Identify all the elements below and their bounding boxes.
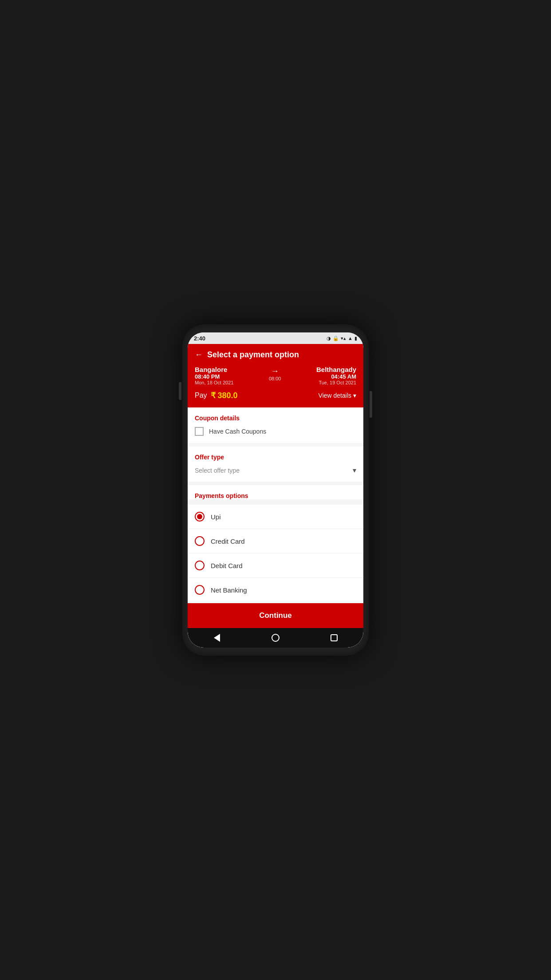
offer-dropdown-label: Select offer type [195, 467, 240, 474]
offer-dropdown-chevron-icon: ▾ [353, 466, 356, 474]
radio-upi [195, 512, 205, 522]
status-icon-signal: ▲ [348, 336, 353, 341]
status-icon-lock: 🔒 [333, 336, 339, 341]
page-title: Select a payment option [207, 350, 299, 360]
payments-section: Payments options [188, 485, 363, 499]
pay-row: Pay ₹ 380.0 View details ▾ [195, 391, 356, 400]
radio-debit-card [195, 561, 205, 570]
view-details-button[interactable]: View details ▾ [319, 392, 356, 399]
coupon-checkbox[interactable] [195, 427, 204, 436]
payment-option-debit-card[interactable]: Debit Card [188, 553, 363, 577]
back-button[interactable]: ← [195, 350, 203, 360]
from-city: Bangalore [195, 366, 233, 373]
coupon-title: Coupon details [195, 415, 356, 422]
status-bar: 2:40 ◑ 🔒 ▾▴ ▲ ▮ [188, 332, 363, 344]
payment-upi-label: Upi [211, 513, 221, 521]
continue-button[interactable]: Continue [188, 603, 363, 628]
route-middle: → 08:00 [269, 366, 281, 381]
offer-section: Offer type Select offer type ▾ [188, 447, 363, 482]
main-content: Coupon details Have Cash Coupons Offer t… [188, 407, 363, 603]
offer-dropdown[interactable]: Select offer type ▾ [195, 466, 356, 474]
header-top: ← Select a payment option [195, 350, 356, 360]
payment-credit-card-label: Credit Card [211, 537, 245, 545]
app-header: ← Select a payment option Bangalore 08:4… [188, 344, 363, 407]
nav-recents-button[interactable] [327, 631, 341, 645]
radio-credit-card [195, 536, 205, 546]
status-icons: ◑ 🔒 ▾▴ ▲ ▮ [327, 336, 357, 341]
from-date: Mon, 18 Oct 2021 [195, 380, 233, 385]
status-icon-world: ◑ [327, 336, 331, 341]
pay-amount: ₹ 380.0 [211, 391, 238, 400]
coupon-checkbox-row[interactable]: Have Cash Coupons [195, 427, 356, 436]
phone-screen: 2:40 ◑ 🔒 ▾▴ ▲ ▮ ← Select a payment optio… [188, 332, 363, 648]
route-duration: 08:00 [269, 376, 281, 381]
coupon-checkbox-label: Have Cash Coupons [209, 428, 266, 435]
pay-info: Pay ₹ 380.0 [195, 391, 238, 400]
coupon-section: Coupon details Have Cash Coupons [188, 407, 363, 443]
nav-bar [188, 628, 363, 648]
nav-home-button[interactable] [268, 631, 283, 645]
from-time: 08:40 PM [195, 373, 233, 380]
nav-recents-icon [331, 634, 338, 641]
nav-home-icon [272, 634, 279, 642]
status-icon-battery: ▮ [354, 336, 357, 341]
payments-title: Payments options [195, 492, 356, 499]
route-info: Bangalore 08:40 PM Mon, 18 Oct 2021 → 08… [195, 366, 356, 385]
route-from: Bangalore 08:40 PM Mon, 18 Oct 2021 [195, 366, 233, 385]
radio-upi-inner [197, 514, 202, 519]
phone-device: 2:40 ◑ 🔒 ▾▴ ▲ ▮ ← Select a payment optio… [182, 324, 369, 656]
view-details-label: View details [319, 392, 351, 399]
payment-option-upi[interactable]: Upi [188, 505, 363, 529]
payment-option-net-banking[interactable]: Net Banking [188, 577, 363, 602]
route-to: Belthangady 04:45 AM Tue, 19 Oct 2021 [316, 366, 356, 385]
nav-back-icon [214, 634, 220, 642]
status-icon-wifi: ▾▴ [341, 336, 346, 341]
pay-label: Pay [195, 391, 207, 399]
payment-option-credit-card[interactable]: Credit Card [188, 529, 363, 553]
nav-back-button[interactable] [210, 631, 224, 645]
payment-net-banking-label: Net Banking [211, 586, 247, 594]
view-details-chevron-icon: ▾ [353, 392, 356, 399]
to-date: Tue, 19 Oct 2021 [316, 380, 356, 385]
status-time: 2:40 [194, 335, 205, 342]
offer-title: Offer type [195, 454, 356, 461]
radio-net-banking [195, 585, 205, 595]
to-time: 04:45 AM [316, 373, 356, 380]
route-arrow-icon: → [271, 367, 279, 376]
payment-options-list: Upi Credit Card Debit Card Net Banking [188, 505, 363, 602]
payment-debit-card-label: Debit Card [211, 562, 243, 569]
to-city: Belthangady [316, 366, 356, 373]
